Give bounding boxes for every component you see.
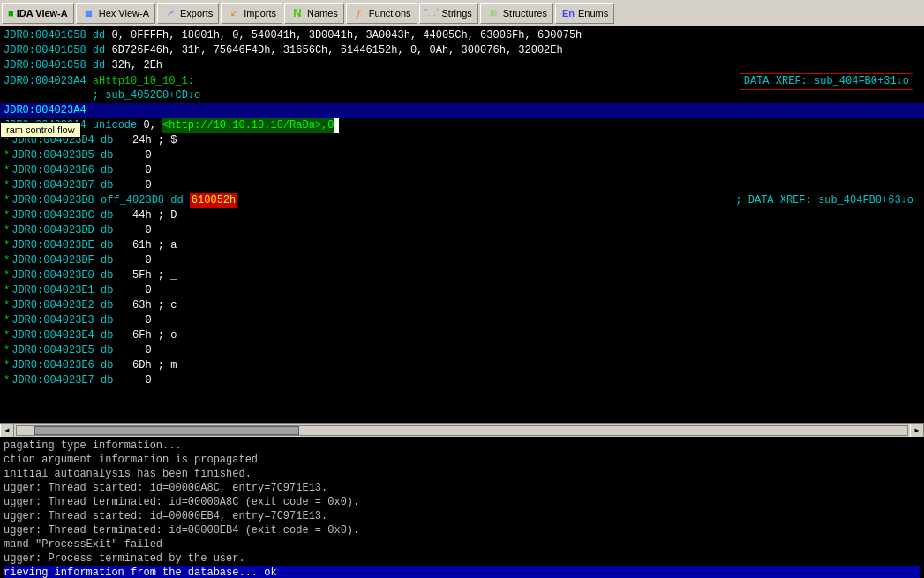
- bullet: *: [4, 148, 10, 163]
- table-row[interactable]: JDR0:004023A4: [0, 103, 924, 118]
- operands: 32h, 2Eh: [111, 58, 162, 73]
- log-content: pagating type information... ction argum…: [0, 437, 924, 578]
- operands: 6Dh ; m: [120, 358, 177, 373]
- string-value: <http://10.10.10.10/RaDa>,0: [162, 118, 334, 133]
- ida-panel[interactable]: ram control flow JDR0:00401C58 dd 0, 0FF…: [0, 26, 924, 437]
- bullet: *: [4, 193, 10, 208]
- list-item: ugger: Thread terminated: id=00000A8C (e…: [4, 495, 920, 509]
- table-row[interactable]: * JDR0:004023E2 db 63h ; c: [0, 298, 924, 313]
- functions-icon: 𝑓: [352, 6, 366, 20]
- table-row[interactable]: * JDR0:004023DC db 44h ; D: [0, 208, 924, 223]
- list-item: ugger: Thread started: id=00000EB4, entr…: [4, 509, 920, 523]
- strings-label: Strings: [442, 8, 472, 19]
- operands: 44h ; D: [120, 208, 177, 223]
- table-row[interactable]: * JDR0:004023E4 db 6Fh ; o: [0, 328, 924, 343]
- mnemonic: dd: [93, 58, 112, 73]
- list-item: initial autoanalysis has been finished.: [4, 467, 920, 481]
- operands: 0: [120, 148, 152, 163]
- scrollbar-thumb[interactable]: [34, 426, 299, 435]
- hex-icon: ▦: [82, 6, 96, 20]
- table-row[interactable]: * JDR0:004023E3 db 0: [0, 313, 924, 328]
- ida-content[interactable]: JDR0:00401C58 dd 0, 0FFFFh, 18001h, 0, 5…: [0, 26, 924, 423]
- bullet: *: [4, 283, 10, 298]
- operands: 0: [120, 253, 152, 268]
- table-row[interactable]: JDR0:00401C58 dd 32h, 2Eh: [0, 58, 924, 73]
- ida-view-icon: ■: [8, 8, 14, 19]
- table-row[interactable]: JDR0:004023A4 unicode 0, <http://10.10.1…: [0, 118, 924, 133]
- mnemonic: db: [101, 148, 120, 163]
- btn-imports[interactable]: ↙ Imports: [221, 3, 282, 24]
- toolbar: ■ IDA View-A ▦ Hex View-A ↗ Exports ↙ Im…: [0, 0, 924, 26]
- list-item: ugger: Process terminated by the user.: [4, 552, 920, 566]
- table-row[interactable]: * JDR0:004023D5 db 0: [0, 148, 924, 163]
- btn-enums[interactable]: En Enums: [555, 3, 614, 24]
- table-row[interactable]: * JDR0:004023DD db 0: [0, 223, 924, 238]
- mnemonic: dd: [93, 43, 112, 58]
- operands: 0: [120, 223, 152, 238]
- scroll-left-btn[interactable]: ◀: [0, 424, 14, 438]
- horizontal-scrollbar[interactable]: ◀ ▶: [0, 423, 924, 437]
- table-row[interactable]: JDR0:00401C58 dd 6D726F46h, 31h, 75646F4…: [0, 43, 924, 58]
- operands: 24h ; $: [120, 133, 177, 148]
- tooltip-ram-control: ram control flow: [0, 122, 81, 138]
- table-row[interactable]: JDR0:00401C58 dd 0, 0FFFFh, 18001h, 0, 5…: [0, 28, 924, 43]
- table-row[interactable]: JDR0:004023A4 aHttp10_10_10_1: DATA XREF…: [0, 73, 924, 88]
- bullet: *: [4, 298, 10, 313]
- imports-label: Imports: [244, 8, 276, 19]
- addr: JDR0:004023E4: [11, 328, 101, 343]
- btn-structures[interactable]: ⊞ Structures: [480, 3, 553, 24]
- bullet: *: [4, 343, 10, 358]
- btn-strings[interactable]: "…" Strings: [419, 3, 478, 24]
- scrollbar-track[interactable]: [16, 425, 908, 436]
- addr: JDR0:004023E7: [11, 373, 101, 388]
- table-row[interactable]: * JDR0:004023E5 db 0: [0, 343, 924, 358]
- scroll-right-btn[interactable]: ▶: [910, 424, 924, 438]
- bullet: *: [4, 358, 10, 373]
- btn-exports[interactable]: ↗ Exports: [157, 3, 219, 24]
- label-name: aHttp10_10_10_1:: [93, 74, 194, 89]
- addr: JDR0:004023E2: [11, 298, 101, 313]
- table-row[interactable]: * JDR0:004023E7 db 0: [0, 373, 924, 388]
- operands: 5Fh ; _: [120, 268, 177, 283]
- table-row[interactable]: * JDR0:004023D8 off_4023D8 dd 610052h ; …: [0, 193, 924, 208]
- mnemonic: db: [101, 268, 120, 283]
- table-row[interactable]: * JDR0:004023E6 db 6Dh ; m: [0, 358, 924, 373]
- hex-label: Hex View-A: [99, 8, 149, 19]
- tab-ida-view[interactable]: ■ IDA View-A: [2, 3, 74, 24]
- bullet: *: [4, 163, 10, 178]
- operands: 0,: [143, 118, 162, 133]
- strings-icon: "…": [425, 6, 439, 20]
- btn-hex-view[interactable]: ▦ Hex View-A: [76, 3, 155, 24]
- label: off_4023D8: [101, 193, 170, 208]
- table-row[interactable]: * JDR0:004023D6 db 0: [0, 163, 924, 178]
- table-row[interactable]: * JDR0:004023DE db 61h ; a: [0, 238, 924, 253]
- addr: JDR0:004023A4: [4, 74, 93, 89]
- list-item: ugger: Thread terminated: id=00000EB4 (e…: [4, 523, 920, 537]
- cursor: [334, 118, 339, 133]
- addr: JDR0:004023DE: [11, 238, 101, 253]
- btn-functions[interactable]: 𝑓 Functions: [346, 3, 417, 24]
- mnemonic: db: [101, 328, 120, 343]
- addr: JDR0:004023D7: [11, 178, 101, 193]
- bullet: *: [4, 238, 10, 253]
- structures-label: Structures: [503, 8, 547, 19]
- table-row[interactable]: * JDR0:004023E1 db 0: [0, 283, 924, 298]
- table-row[interactable]: * JDR0:004023D7 db 0: [0, 178, 924, 193]
- table-row[interactable]: * JDR0:004023DF db 0: [0, 253, 924, 268]
- operands: 0: [120, 283, 152, 298]
- table-row[interactable]: JDR0:004023A4 ; sub_4052C0+CD↓o: [0, 88, 924, 103]
- operands: 6D726F46h, 31h, 75646F4Dh, 31656Ch, 6144…: [111, 43, 562, 58]
- xref-comment: ; DATA XREF: sub_404FB0+63↓o: [735, 193, 913, 208]
- addr: JDR0:004023D8: [11, 193, 101, 208]
- names-icon: N: [290, 6, 304, 20]
- btn-names[interactable]: N Names: [284, 3, 344, 24]
- table-row[interactable]: * JDR0:004023D4 db 24h ; $: [0, 133, 924, 148]
- bullet: *: [4, 313, 10, 328]
- mnemonic: db: [101, 358, 120, 373]
- addr: JDR0:00401C58: [4, 43, 93, 58]
- operands: 0, 0FFFFh, 18001h, 0, 540041h, 3D0041h, …: [111, 28, 582, 43]
- bullet: *: [4, 373, 10, 388]
- table-row[interactable]: * JDR0:004023E0 db 5Fh ; _: [0, 268, 924, 283]
- comment: ; sub_4052C0+CD↓o: [93, 88, 200, 103]
- addr: JDR0:004023E3: [11, 313, 101, 328]
